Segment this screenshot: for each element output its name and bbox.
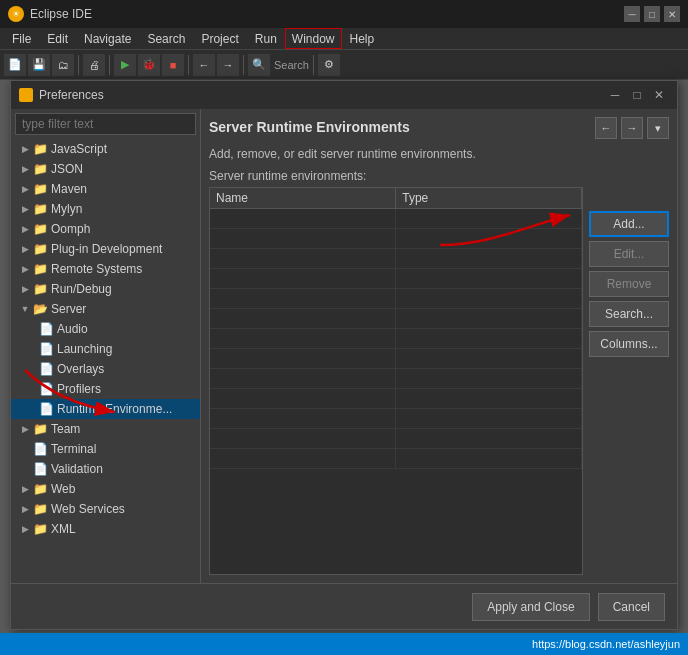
debug-button[interactable]: 🐞 — [138, 54, 160, 76]
tree-item-run-debug[interactable]: ▶ 📁 Run/Debug — [11, 279, 200, 299]
tree-item-remote-systems[interactable]: ▶ 📁 Remote Systems — [11, 259, 200, 279]
tree-item-web[interactable]: ▶ 📁 Web — [11, 479, 200, 499]
save-button[interactable]: 💾 — [28, 54, 50, 76]
cancel-button[interactable]: Cancel — [598, 593, 665, 621]
toggle-xml: ▶ — [19, 523, 31, 535]
tree-item-team[interactable]: ▶ 📁 Team — [11, 419, 200, 439]
status-url: https://blog.csdn.net/ashleyjun — [532, 638, 680, 650]
tree-item-mylyn[interactable]: ▶ 📁 Mylyn — [11, 199, 200, 219]
preferences-button[interactable]: ⚙ — [318, 54, 340, 76]
toolbar-sep-2 — [109, 55, 110, 75]
toggle-server: ▼ — [19, 303, 31, 315]
tree-item-xml[interactable]: ▶ 📁 XML — [11, 519, 200, 539]
columns-button[interactable]: Columns... — [589, 331, 669, 357]
menu-run[interactable]: Run — [247, 28, 285, 49]
item-icon: 📄 — [33, 462, 47, 476]
menu-navigate[interactable]: Navigate — [76, 28, 139, 49]
toggle-oomph: ▶ — [19, 223, 31, 235]
edit-button[interactable]: Edit... — [589, 241, 669, 267]
toolbar-sep-1 — [78, 55, 79, 75]
toggle-mylyn: ▶ — [19, 203, 31, 215]
tree-item-web-services[interactable]: ▶ 📁 Web Services — [11, 499, 200, 519]
run-button[interactable]: ▶ — [114, 54, 136, 76]
toggle-web-services: ▶ — [19, 503, 31, 515]
tree-item-audio[interactable]: 📄 Audio — [11, 319, 200, 339]
tree-item-overlays[interactable]: 📄 Overlays — [11, 359, 200, 379]
menu-help[interactable]: Help — [342, 28, 383, 49]
tree-item-server[interactable]: ▼ 📂 Server — [11, 299, 200, 319]
dialog-close[interactable]: ✕ — [649, 85, 669, 105]
tree-scroll[interactable]: ▶ 📁 JavaScript ▶ 📁 JSON ▶ 📁 Maven — [11, 139, 200, 583]
toggle-maven: ▶ — [19, 183, 31, 195]
menu-window[interactable]: Window — [285, 28, 342, 49]
item-icon: 📄 — [39, 322, 53, 336]
minimize-button[interactable]: ─ — [624, 6, 640, 22]
forward-button[interactable]: → — [217, 54, 239, 76]
folder-icon: 📁 — [33, 142, 47, 156]
panel-description: Add, remove, or edit server runtime envi… — [209, 147, 669, 161]
tree-item-json[interactable]: ▶ 📁 JSON — [11, 159, 200, 179]
dialog-footer: Apply and Close Cancel — [11, 583, 677, 629]
tree-item-terminal[interactable]: ▶ 📄 Terminal — [11, 439, 200, 459]
table-row — [210, 369, 582, 389]
tree-item-validation[interactable]: ▶ 📄 Validation — [11, 459, 200, 479]
item-icon: 📄 — [39, 402, 53, 416]
menu-search[interactable]: Search — [139, 28, 193, 49]
table-row — [210, 249, 582, 269]
item-icon: 📄 — [33, 442, 47, 456]
maximize-button[interactable]: □ — [644, 6, 660, 22]
search-toolbar-button[interactable]: 🔍 — [248, 54, 270, 76]
save-all-button[interactable]: 🗂 — [52, 54, 74, 76]
col-type: Type — [396, 188, 582, 209]
tree-item-profilers[interactable]: 📄 Profilers — [11, 379, 200, 399]
env-table-container[interactable]: Name Type — [209, 187, 583, 575]
app-titlebar: ☀ Eclipse IDE ─ □ ✕ — [0, 0, 688, 28]
add-button[interactable]: Add... — [589, 211, 669, 237]
table-row — [210, 349, 582, 369]
nav-forward-button[interactable]: → — [621, 117, 643, 139]
apply-close-button[interactable]: Apply and Close — [472, 593, 589, 621]
tree-item-plugin-dev[interactable]: ▶ 📁 Plug-in Development — [11, 239, 200, 259]
nav-down-button[interactable]: ▾ — [647, 117, 669, 139]
dialog-title: Preferences — [39, 88, 605, 102]
toggle-team: ▶ — [19, 423, 31, 435]
dialog-controls: ─ □ ✕ — [605, 85, 669, 105]
toggle-run-debug: ▶ — [19, 283, 31, 295]
remove-button[interactable]: Remove — [589, 271, 669, 297]
folder-icon: 📁 — [33, 202, 47, 216]
table-row — [210, 289, 582, 309]
filter-input[interactable] — [15, 113, 196, 135]
tree-item-launching[interactable]: 📄 Launching — [11, 339, 200, 359]
menu-file[interactable]: File — [4, 28, 39, 49]
table-row — [210, 449, 582, 469]
dialog-icon — [19, 88, 33, 102]
dialog-body: ▶ 📁 JavaScript ▶ 📁 JSON ▶ 📁 Maven — [11, 109, 677, 583]
back-button[interactable]: ← — [193, 54, 215, 76]
folder-icon: 📁 — [33, 282, 47, 296]
tree-panel: ▶ 📁 JavaScript ▶ 📁 JSON ▶ 📁 Maven — [11, 109, 201, 583]
folder-icon: 📁 — [33, 262, 47, 276]
dialog-maximize[interactable]: □ — [627, 85, 647, 105]
app-title: Eclipse IDE — [30, 7, 618, 21]
table-row — [210, 309, 582, 329]
print-button[interactable]: 🖨 — [83, 54, 105, 76]
item-icon: 📄 — [39, 382, 53, 396]
new-button[interactable]: 📄 — [4, 54, 26, 76]
search-toolbar-label: Search — [274, 59, 309, 71]
stop-button[interactable]: ■ — [162, 54, 184, 76]
tree-item-oomph[interactable]: ▶ 📁 Oomph — [11, 219, 200, 239]
tree-item-javascript[interactable]: ▶ 📁 JavaScript — [11, 139, 200, 159]
dialog-minimize[interactable]: ─ — [605, 85, 625, 105]
toggle-web: ▶ — [19, 483, 31, 495]
nav-back-button[interactable]: ← — [595, 117, 617, 139]
tree-item-maven[interactable]: ▶ 📁 Maven — [11, 179, 200, 199]
toggle-remote-systems: ▶ — [19, 263, 31, 275]
toolbar-sep-5 — [313, 55, 314, 75]
folder-icon: 📁 — [33, 422, 47, 436]
close-button[interactable]: ✕ — [664, 6, 680, 22]
tree-item-runtime-env[interactable]: 📄 Runtime Environme... — [11, 399, 200, 419]
menu-project[interactable]: Project — [193, 28, 246, 49]
status-bar: https://blog.csdn.net/ashleyjun — [0, 633, 688, 655]
search-button[interactable]: Search... — [589, 301, 669, 327]
menu-edit[interactable]: Edit — [39, 28, 76, 49]
